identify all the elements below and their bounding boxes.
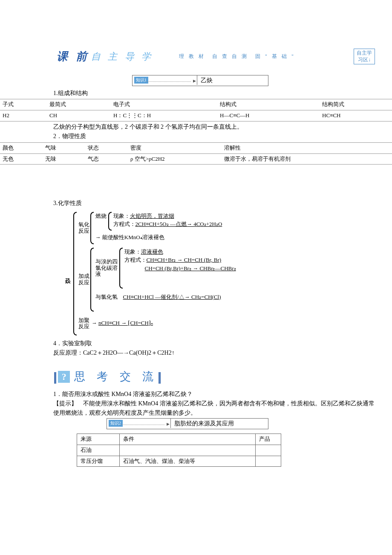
th-electron: 电子式: [111, 99, 217, 110]
cell-source: 石油: [77, 445, 120, 456]
phen-label: 现象：: [113, 213, 130, 219]
burn-equation: 2CH≡CH+5O₂ —点燃→ 4CO₂+2H₂O: [135, 221, 222, 227]
section-header: 课 前 自 主 导 学 理 教 材 自 查 自 测 固 " 基 础 " 自主学 …: [53, 47, 392, 66]
cell-condensed: HC≡CH: [320, 110, 392, 121]
answer-1: 【提示】 不能使用溴水和酸性 KMnO4 溶液鉴别乙烯和乙炔，因为两者都含有不饱…: [53, 399, 375, 418]
topic-title-1: 乙炔: [197, 75, 268, 86]
note-linear: 乙炔的分子构型为直线形，2 个碳原子和 2 个氢原子均在同一条直线上。: [53, 122, 375, 132]
eq-label: 方程式：: [124, 257, 147, 263]
arrow-right-icon: ▸: [167, 419, 170, 429]
cell-molecular: H2: [0, 110, 47, 121]
think-header: || ? 思 考 交 流 ||: [53, 367, 392, 387]
topic-box-2: 知识2 ▸ 脂肪烃的来源及其应用: [107, 418, 268, 429]
heading-physical: 2．物理性质: [53, 132, 392, 141]
br-eq2: CH=CH (Br,Br)+Br₂ → CHBr₂—CHBr₂: [145, 265, 236, 272]
topic-tag-2: 知识2 ▸: [107, 419, 171, 428]
table-row: 子式 最简式 电子式 结构式 结构简式: [0, 99, 392, 110]
header-right-box: 自主学 习区↓: [354, 49, 375, 64]
cell-product: [256, 445, 281, 456]
table-row: 来源 条件 产品: [77, 434, 281, 445]
cell-electron: H：C⋮⋮C：H: [111, 110, 217, 121]
cell-condition: 石油气、汽油、煤油、柴油等: [120, 456, 256, 467]
header-title-main: 课 前: [53, 47, 93, 66]
cell-condition: [120, 445, 256, 456]
question-1: 1．能否用溴水或酸性 KMnO4 溶液鉴别乙烯和乙炔？: [53, 390, 375, 399]
br-eq1: CH≡CH+Br₂ → CH=CH (Br, Br): [147, 257, 222, 263]
cell-state: 气态: [85, 153, 128, 165]
table-row: H2 CH H：C⋮⋮C：H H—C≡C—H HC≡CH: [0, 110, 392, 121]
th-density: 密度: [128, 142, 222, 153]
header-right-line2: 习区↓: [358, 57, 371, 63]
th-condensed: 结构简式: [320, 99, 392, 110]
physical-table: 颜色 气味 状态 密度 溶解性 无色 无味 气态 ρ 空气>ρC2H2 微溶于水…: [0, 142, 392, 165]
brace-icon: [90, 212, 94, 244]
poly-eq: nCH≡CH → ⁅CH=CH⁆ₙ: [98, 320, 153, 326]
burn-label: 燃烧: [95, 212, 107, 231]
cell-source: 常压分馏: [77, 456, 120, 467]
double-bar-icon: ||: [158, 367, 160, 387]
th-state: 状态: [85, 142, 128, 153]
th-condition: 条件: [120, 434, 256, 445]
topic-tag-label-2: 知识2: [109, 420, 123, 427]
burn-phenomenon: 火焰明亮，冒浓烟: [130, 213, 174, 219]
heading-lab: 4．实验室制取: [53, 339, 392, 348]
table-row: 常压分馏 石油气、汽油、煤油、柴油等: [77, 456, 281, 467]
document-page: 课 前 自 主 导 学 理 教 材 自 查 自 测 固 " 基 础 " 自主学 …: [0, 47, 392, 484]
chemical-diagram: 乙炔 氧化反应 燃烧 现象：火焰明亮，冒浓烟 方程式：2CH≡CH+5O₂ —点…: [64, 212, 294, 335]
th-smell: 气味: [43, 142, 85, 153]
topic-tag-1: 知识1 ▸: [133, 75, 197, 85]
brace-icon: [119, 248, 123, 289]
add-br-label: 与溴的四氯化碳溶液: [95, 259, 119, 277]
topic-dots-icon: [146, 81, 191, 82]
cell-smell: 无味: [43, 153, 85, 165]
cell-density: ρ 空气>ρC2H2: [128, 153, 222, 165]
header-right-line1: 自主学: [357, 50, 372, 56]
heading-chemical: 3.化学性质: [53, 199, 392, 208]
header-title-sub: 自 主 导 学: [91, 49, 154, 64]
brace-icon: [73, 212, 77, 335]
th-molecular: 子式: [0, 99, 47, 110]
source-table: 来源 条件 产品 石油 常压分馏 石油气、汽油、煤油、柴油等: [77, 434, 281, 467]
add-label: 加成反应: [78, 273, 90, 286]
eq-label: 方程式：: [113, 221, 135, 227]
hcl-eq: CH≡CH+HCl —催化剂/△→ CH₂=CH(Cl): [123, 294, 221, 300]
br-phenomenon: 溶液褪色: [141, 249, 163, 255]
cell-product: [256, 456, 281, 467]
composition-table: 子式 最简式 电子式 结构式 结构简式 H2 CH H：C⋮⋮C：H H—C≡C…: [0, 99, 392, 121]
header-hint: 理 教 材 自 查 自 测 固 " 基 础 ": [179, 52, 295, 61]
question-mark-icon: ?: [58, 371, 70, 383]
topic-box-1: 知识1 ▸ 乙炔: [132, 75, 268, 86]
double-bar-icon: ||: [53, 367, 55, 387]
brace-icon: [90, 248, 94, 312]
cell-structure: H—C≡C—H: [217, 110, 320, 121]
kmno4-line: 能使酸性KMnO₄溶液褪色: [102, 234, 164, 240]
poly-label: 加聚反应: [78, 318, 90, 330]
table-row: 无色 无味 气态 ρ 空气>ρC2H2 微溶于水，易溶于有机溶剂: [0, 153, 392, 165]
phen-label: 现象：: [124, 249, 141, 255]
th-structure: 结构式: [217, 99, 320, 110]
th-source: 来源: [77, 434, 120, 445]
lab-equation: 反应原理：CaC2＋2H2O―→Ca(OH)2＋C2H2↑: [53, 348, 375, 358]
cell-color: 无色: [0, 153, 43, 165]
hcl-label: 与氯化氢: [95, 294, 118, 300]
think-title: 思 考 交 流: [74, 368, 158, 386]
th-color: 颜色: [0, 142, 43, 153]
heading-composition: 1.组成和结构: [53, 89, 392, 98]
answer-text: 不能使用溴水和酸性 KMnO4 溶液鉴别乙烯和乙炔，因为两者都含有不饱和键，性质…: [53, 400, 375, 416]
brace-icon: [108, 212, 112, 231]
th-product: 产品: [256, 434, 281, 445]
table-row: 石油: [77, 445, 281, 456]
arrow-right-icon: ▸: [193, 76, 196, 86]
answer-label: 【提示】: [53, 400, 77, 407]
cell-solubility: 微溶于水，易溶于有机溶剂: [222, 153, 392, 165]
th-simplest: 最简式: [47, 99, 111, 110]
topic-dots-icon: [121, 425, 164, 425]
th-solubility: 溶解性: [222, 142, 392, 153]
ox-label: 氧化反应: [78, 222, 90, 234]
topic-tag-label-1: 知识1: [134, 77, 148, 84]
topic-title-2: 脂肪烃的来源及其应用: [171, 419, 268, 429]
cell-simplest: CH: [47, 110, 111, 121]
table-row: 颜色 气味 状态 密度 溶解性: [0, 142, 392, 153]
